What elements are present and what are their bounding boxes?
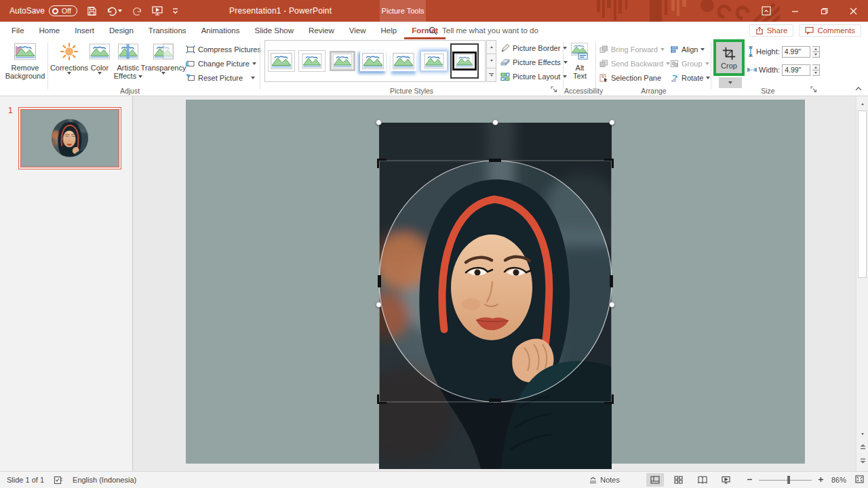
corrections-button[interactable]: Corrections: [52, 41, 87, 75]
selected-picture[interactable]: [379, 123, 612, 469]
height-stepper[interactable]: [812, 46, 820, 58]
reset-picture-button[interactable]: Reset Picture: [186, 71, 261, 85]
picture-effects-button[interactable]: Picture Effects: [500, 56, 568, 69]
picture-styles-dialog-launcher[interactable]: [551, 86, 557, 94]
width-stepper[interactable]: [812, 64, 820, 76]
save-button[interactable]: [87, 6, 97, 16]
rotate-button[interactable]: Rotate: [670, 71, 710, 85]
resize-handle-top-left[interactable]: [376, 119, 382, 125]
scroll-down-button[interactable]: [857, 428, 868, 439]
scrollbar-thumb[interactable]: [858, 110, 867, 278]
slide-sorter-view-button[interactable]: [670, 473, 688, 487]
gallery-scroll-down-button[interactable]: [486, 54, 496, 68]
zoom-slider[interactable]: [759, 475, 812, 485]
height-input[interactable]: [782, 46, 810, 58]
fit-slide-button[interactable]: [855, 475, 864, 485]
style-beveled-matte-white[interactable]: [298, 43, 326, 79]
crop-handle-bottom-left[interactable]: [377, 394, 387, 404]
zoom-out-button[interactable]: [747, 476, 753, 484]
tell-me-search[interactable]: Tell me what you want to do: [429, 24, 538, 37]
color-button[interactable]: Color: [87, 41, 113, 75]
proofing-icon[interactable]: [54, 476, 63, 485]
autosave-toggle[interactable]: AutoSave Off: [9, 5, 77, 16]
gallery-more-button[interactable]: [486, 68, 496, 82]
comments-label: Comments: [817, 26, 855, 35]
artistic-effects-button[interactable]: Artistic Effects: [113, 41, 144, 80]
tab-design[interactable]: Design: [102, 22, 141, 39]
style-simple-frame-white[interactable]: [267, 43, 296, 79]
comments-button[interactable]: Comments: [799, 24, 861, 37]
selection-pane-button[interactable]: Selection Pane: [599, 71, 670, 85]
previous-slide-button[interactable]: [857, 442, 868, 453]
restore-button[interactable]: [810, 0, 839, 22]
slide-counter[interactable]: Slide 1 of 1: [7, 476, 44, 484]
send-backward-button[interactable]: Send Backward: [599, 57, 670, 70]
style-metal-frame[interactable]: [328, 43, 357, 79]
crop-button-highlighted[interactable]: Crop: [713, 39, 745, 76]
ribbon-display-options-button[interactable]: [751, 0, 781, 22]
slide-editor: [133, 96, 856, 471]
align-button[interactable]: Align: [670, 43, 710, 56]
crop-handle-middle-left[interactable]: [378, 275, 381, 287]
collapse-ribbon-button[interactable]: [854, 85, 863, 93]
change-picture-button[interactable]: Change Picture: [186, 57, 261, 70]
minimize-button[interactable]: [781, 0, 810, 22]
slide-canvas[interactable]: [186, 100, 805, 464]
zoom-slider-thumb[interactable]: [787, 476, 790, 484]
language-indicator[interactable]: English (Indonesia): [73, 476, 136, 484]
zoom-level[interactable]: 86%: [831, 476, 846, 484]
style-drop-shadow[interactable]: [359, 43, 387, 79]
style-soft-edge-rectangle[interactable]: [420, 43, 448, 79]
resize-handle-middle-left[interactable]: [376, 302, 382, 308]
group-button[interactable]: Group: [670, 57, 710, 70]
tab-file[interactable]: File: [4, 22, 32, 39]
reading-view-button[interactable]: [694, 473, 711, 487]
crop-handle-bottom-center[interactable]: [489, 399, 501, 402]
zoom-in-button[interactable]: [818, 476, 824, 484]
tab-animations[interactable]: Animations: [194, 22, 248, 39]
vertical-scrollbar[interactable]: [856, 96, 868, 471]
undo-button[interactable]: [106, 6, 122, 16]
picture-layout-button[interactable]: Picture Layout: [500, 70, 568, 83]
normal-view-button[interactable]: [646, 473, 664, 487]
redo-button[interactable]: [132, 6, 142, 16]
tab-review[interactable]: Review: [301, 22, 342, 39]
picture-tools-context-tab[interactable]: Picture Tools: [380, 0, 426, 22]
start-presentation-button[interactable]: [152, 5, 163, 16]
scroll-up-button[interactable]: [857, 98, 868, 109]
next-slide-button[interactable]: [857, 455, 868, 466]
style-reflected-rectangle[interactable]: [389, 43, 418, 79]
style-simple-frame-black-selected[interactable]: [450, 43, 479, 79]
bring-forward-button[interactable]: Bring Forward: [599, 43, 670, 56]
remove-background-label: Remove Background: [4, 64, 46, 80]
tab-slide-show[interactable]: Slide Show: [248, 22, 302, 39]
crop-handle-top-center[interactable]: [489, 159, 501, 162]
crop-handle-top-left[interactable]: [377, 159, 387, 168]
crop-handle-top-right[interactable]: [604, 159, 614, 168]
crop-handle-middle-right[interactable]: [610, 275, 613, 287]
compress-pictures-button[interactable]: Compress Pictures: [186, 43, 261, 56]
picture-border-icon: [500, 43, 510, 53]
customize-qat-button[interactable]: [172, 7, 178, 15]
width-input[interactable]: [782, 64, 810, 76]
alt-text-button[interactable]: Alt Text: [568, 41, 591, 80]
close-button[interactable]: [839, 0, 868, 22]
size-dialog-launcher[interactable]: [810, 86, 817, 94]
slide-show-button[interactable]: [717, 473, 735, 487]
slide-thumbnail-selected[interactable]: [18, 107, 121, 169]
resize-handle-top-right[interactable]: [609, 119, 615, 125]
notes-button[interactable]: Notes: [589, 476, 620, 484]
tab-transitions[interactable]: Transitions: [141, 22, 194, 39]
resize-handle-middle-right[interactable]: [609, 302, 615, 308]
tab-insert[interactable]: Insert: [67, 22, 102, 39]
tab-view[interactable]: View: [342, 22, 374, 39]
transparency-button[interactable]: Transparency: [144, 41, 183, 75]
tab-home[interactable]: Home: [32, 22, 68, 39]
tab-help[interactable]: Help: [374, 22, 405, 39]
remove-background-button[interactable]: Remove Background: [4, 41, 46, 80]
crop-handle-bottom-right[interactable]: [604, 394, 614, 404]
gallery-scroll-up-button[interactable]: [486, 40, 496, 54]
share-button[interactable]: Share: [749, 24, 794, 37]
picture-border-button[interactable]: Picture Border: [500, 41, 568, 55]
resize-handle-top-center[interactable]: [492, 119, 498, 125]
